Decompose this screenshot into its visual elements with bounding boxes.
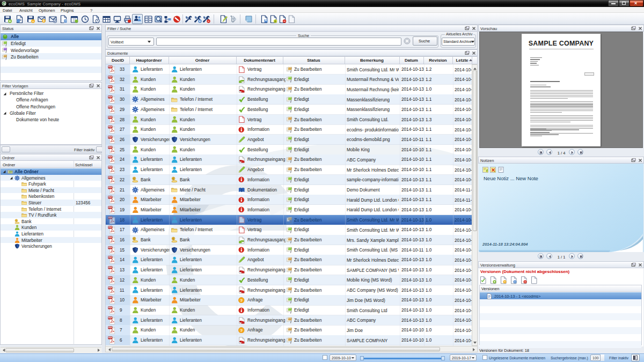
- svg-text:PDF: PDF: [108, 317, 112, 319]
- svg-text:PDF: PDF: [108, 297, 112, 299]
- svg-text:PDF: PDF: [108, 307, 112, 309]
- svg-text:€: €: [173, 177, 174, 180]
- svg-text:PDF: PDF: [108, 197, 112, 199]
- svg-text:PDF: PDF: [108, 66, 112, 68]
- svg-text:?: ?: [240, 328, 243, 333]
- svg-text:PDF: PDF: [108, 76, 112, 78]
- svg-text:PDF: PDF: [108, 257, 112, 259]
- svg-text:PDF: PDF: [108, 237, 112, 239]
- svg-text:PDF: PDF: [108, 287, 112, 289]
- svg-text:PDF: PDF: [108, 277, 112, 279]
- svg-text:PDF: PDF: [108, 227, 112, 229]
- svg-text:€: €: [134, 177, 135, 180]
- svg-text:PDF: PDF: [108, 106, 112, 108]
- svg-text:PDF: PDF: [108, 136, 112, 138]
- svg-text:?: ?: [240, 298, 243, 303]
- svg-text:PDF: PDF: [108, 267, 112, 269]
- svg-text:PDF: PDF: [108, 337, 112, 339]
- svg-text:PDF: PDF: [108, 146, 112, 149]
- svg-text:PDF: PDF: [108, 157, 112, 159]
- svg-text:PDF: PDF: [108, 166, 112, 168]
- svg-text:PDF: PDF: [108, 127, 112, 129]
- svg-text:€: €: [173, 237, 174, 240]
- svg-text:PDF: PDF: [108, 327, 112, 329]
- svg-text:PDF: PDF: [108, 206, 112, 209]
- svg-text:PDF: PDF: [108, 247, 112, 249]
- svg-text:€: €: [134, 237, 135, 240]
- svg-text:PDF: PDF: [108, 116, 112, 119]
- svg-text:PDF: PDF: [108, 187, 112, 189]
- svg-text:PDF: PDF: [108, 97, 112, 99]
- svg-text:PDF: PDF: [108, 176, 112, 179]
- svg-text:PDF: PDF: [108, 86, 112, 88]
